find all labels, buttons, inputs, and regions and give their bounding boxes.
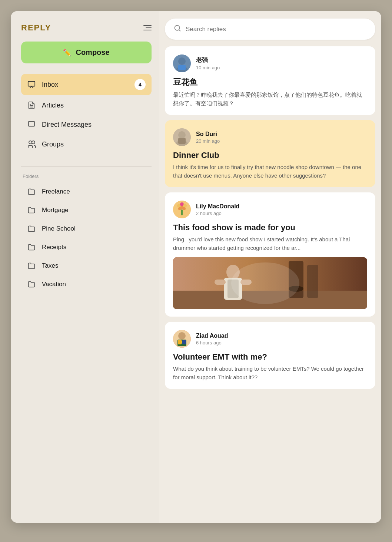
msg-sender-2: So Duri (196, 131, 220, 138)
folder-icon-mortgage (27, 206, 36, 214)
message-card-2[interactable]: So Duri 20 min ago Dinner Club I think i… (165, 120, 375, 187)
app-container: REPLY ✏️ Compose Inbox 4 (11, 11, 381, 523)
msg-title-1: 豆花鱼 (173, 77, 367, 88)
svg-point-20 (183, 204, 187, 208)
sidebar-item-articles[interactable]: Articles (21, 96, 152, 115)
folder-icon-freelance (27, 188, 36, 195)
folder-label-pine-school: Pine School (42, 225, 76, 232)
svg-rect-30 (215, 280, 226, 285)
folder-label-mortgage: Mortgage (42, 206, 69, 214)
articles-icon (27, 101, 36, 109)
msg-header-2: So Duri 20 min ago (173, 128, 367, 146)
svg-rect-23 (181, 209, 183, 215)
avatar-laojian (173, 54, 191, 72)
msg-time-2: 20 min ago (196, 138, 220, 144)
msg-header-4: Ziad Aouad 6 hours ago (173, 330, 367, 348)
sidebar-header: REPLY (21, 23, 152, 33)
folders-section-label: Folders (21, 173, 152, 179)
folder-icon-pine-school (27, 225, 36, 232)
folder-label-vacation: Vacation (42, 281, 66, 288)
svg-rect-29 (227, 280, 239, 298)
msg-title-4: Volunteer EMT with me? (173, 352, 367, 362)
nav-items: Inbox 4 Articles Direct Messages Groups (21, 74, 152, 154)
compose-label: Compose (76, 48, 109, 57)
folder-item-mortgage[interactable]: Mortgage (21, 201, 152, 219)
message-card-4[interactable]: Ziad Aouad 6 hours ago Volunteer EMT wit… (165, 322, 375, 389)
compose-button[interactable]: ✏️ Compose (21, 42, 152, 63)
groups-icon (27, 140, 36, 149)
msg-preview-4: What do you think about training to be v… (173, 365, 367, 381)
inbox-label: Inbox (42, 81, 58, 89)
svg-point-5 (32, 141, 35, 144)
svg-rect-33 (307, 265, 318, 298)
folder-item-vacation[interactable]: Vacation (21, 275, 152, 293)
folder-label-receipts: Receipts (42, 244, 66, 251)
svg-point-36 (178, 332, 186, 340)
main-content: 老强 10 min ago 豆花鱼 最近忙吗？昨晚我去了你最喜爱的那家饭馆，点了… (159, 11, 381, 523)
app-logo: REPLY (21, 23, 51, 33)
msg-sender-1: 老强 (196, 56, 220, 64)
sidebar-item-direct-messages[interactable]: Direct Messages (21, 115, 152, 134)
menu-icon[interactable] (143, 25, 152, 30)
svg-point-4 (29, 141, 32, 144)
svg-rect-39 (178, 340, 182, 344)
folder-item-taxes[interactable]: Taxes (21, 257, 152, 275)
direct-messages-label: Direct Messages (42, 121, 92, 129)
folder-icon-receipts (27, 244, 36, 251)
svg-rect-31 (240, 280, 252, 285)
folder-items: Freelance Mortgage Pine School Receipts (21, 183, 152, 293)
msg-meta-4: Ziad Aouad 6 hours ago (196, 333, 228, 346)
sidebar-item-inbox[interactable]: Inbox 4 (21, 74, 152, 95)
msg-preview-1: 最近忙吗？昨晚我去了你最喜爱的那家饭馆，点了他们的特色豆花鱼。吃着就想你了。有空… (173, 91, 367, 108)
avatar-lily (173, 201, 191, 218)
folder-icon-vacation (27, 281, 36, 288)
avatar-ziad (173, 330, 191, 348)
msg-meta-1: 老强 10 min ago (196, 56, 220, 70)
msg-header-1: 老强 10 min ago (173, 54, 367, 72)
articles-label: Articles (42, 102, 64, 109)
message-card-1[interactable]: 老强 10 min ago 豆花鱼 最近忙吗？昨晚我去了你最喜爱的那家饭馆，点了… (165, 46, 375, 115)
svg-rect-15 (178, 138, 186, 144)
pencil-icon: ✏️ (63, 49, 71, 57)
folder-item-pine-school[interactable]: Pine School (21, 220, 152, 238)
msg-time-3: 2 hours ago (196, 211, 239, 216)
sidebar-item-groups[interactable]: Groups (21, 135, 152, 154)
folder-item-receipts[interactable]: Receipts (21, 238, 152, 256)
folder-item-freelance[interactable]: Freelance (21, 183, 152, 201)
svg-point-9 (178, 57, 186, 65)
svg-rect-11 (178, 65, 186, 70)
inbox-badge: 4 (134, 79, 146, 90)
svg-rect-40 (182, 340, 186, 344)
msg-title-3: This food show is made for you (173, 223, 367, 232)
svg-rect-3 (29, 122, 35, 126)
folder-label-taxes: Taxes (42, 262, 58, 270)
folder-label-freelance: Freelance (42, 188, 70, 195)
msg-preview-2: I think it's time for us to finally try … (173, 163, 367, 180)
search-bar[interactable] (165, 19, 375, 40)
food-image-placeholder (173, 257, 367, 309)
msg-title-2: Dinner Club (173, 151, 367, 160)
msg-image-3 (173, 257, 367, 309)
svg-rect-26 (173, 291, 367, 309)
msg-meta-3: Lily MacDonald 2 hours ago (196, 203, 239, 216)
msg-header-3: Lily MacDonald 2 hours ago (173, 201, 367, 218)
svg-point-34 (289, 286, 303, 292)
direct-messages-icon (27, 120, 36, 129)
msg-sender-4: Ziad Aouad (196, 333, 228, 339)
svg-rect-0 (28, 82, 35, 86)
svg-point-13 (178, 131, 186, 139)
inbox-icon (27, 80, 36, 89)
avatar-soduri (173, 128, 191, 146)
msg-time-1: 10 min ago (196, 65, 220, 70)
message-card-3[interactable]: Lily MacDonald 2 hours ago This food sho… (165, 192, 375, 317)
msg-preview-3: Ping– you'd love this new food show I st… (173, 235, 367, 252)
groups-label: Groups (42, 141, 64, 148)
svg-rect-32 (289, 261, 303, 298)
svg-line-7 (179, 30, 180, 31)
search-input[interactable] (186, 26, 366, 33)
sidebar-divider (21, 166, 152, 167)
folder-icon-taxes (27, 262, 36, 270)
svg-point-21 (183, 207, 186, 210)
msg-sender-3: Lily MacDonald (196, 203, 239, 210)
search-icon (174, 24, 181, 34)
